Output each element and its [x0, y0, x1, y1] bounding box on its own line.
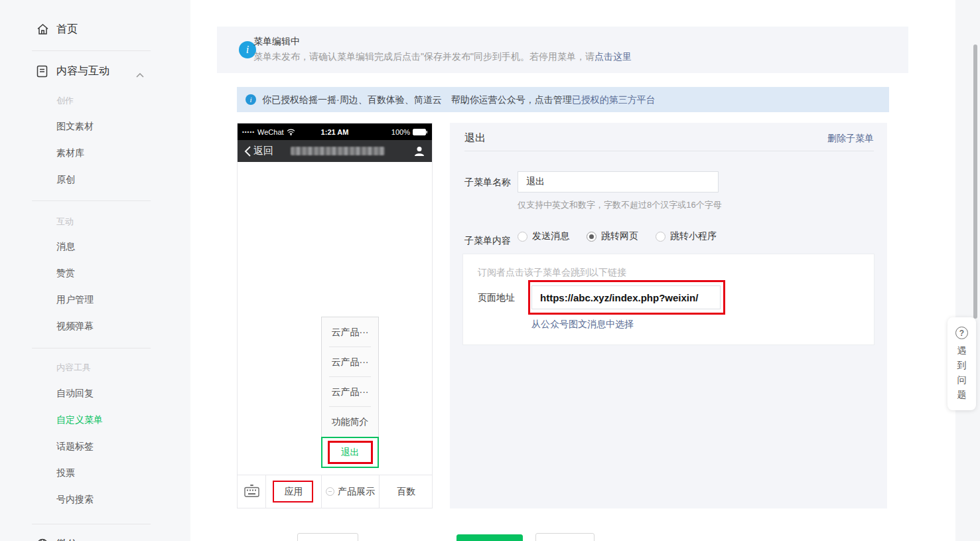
help-floating-button[interactable]: ? 遇 到 问 题	[947, 317, 976, 410]
submenu-popup: 云产品··· 云产品··· 云产品··· 功能简介 退出	[321, 317, 379, 468]
radio-circle-icon	[656, 232, 665, 242]
panel-title: 退出	[464, 131, 486, 145]
submenu-item[interactable]: 云产品···	[322, 377, 378, 407]
sidebar-divider	[32, 200, 151, 201]
chevron-up-icon[interactable]	[136, 68, 144, 80]
document-icon	[36, 65, 48, 78]
authbar-text-main: 你已授权给摇一摇·周边、百数体验、简道云 帮助你运营公众号，点击管理	[262, 94, 572, 105]
sidebar-item-messages[interactable]: 消息	[56, 241, 75, 253]
sidebar-item-material-library[interactable]: 素材库	[56, 147, 84, 159]
home-icon	[36, 23, 49, 35]
banner-body: 菜单未发布，请确认菜单编辑完成后点击"保存并发布"同步到手机。若停用菜单，请点击…	[253, 51, 632, 63]
battery-percent-label: 100%	[391, 128, 410, 136]
page-url-input[interactable]	[531, 285, 721, 309]
authorized-platforms-link[interactable]: 已授权的第三方平台	[572, 94, 656, 105]
submenu-content-label: 子菜单内容	[464, 235, 511, 247]
sidebar-item-appreciation[interactable]: 赞赏	[56, 268, 75, 279]
sidebar-divider	[32, 348, 151, 348]
sidebar-item-auto-reply[interactable]: 自动回复	[56, 388, 94, 400]
pick-from-articles-link[interactable]: 从公众号图文消息中选择	[531, 319, 634, 331]
sidebar-item-video-danmu[interactable]: 视频弹幕	[56, 321, 94, 333]
sidebar-item-home[interactable]: 首页	[0, 21, 190, 37]
help-label-char: 问	[957, 372, 967, 387]
sidebar-item-image-text-material[interactable]: 图文素材	[56, 121, 94, 133]
sidebar-divider	[32, 50, 151, 51]
authorization-bar: i 你已授权给摇一摇·周边、百数体验、简道云 帮助你运营公众号，点击管理已授权的…	[237, 87, 889, 112]
radio-label: 跳转小程序	[670, 230, 717, 242]
menu-tab-label: 应用	[285, 486, 303, 498]
banner-title: 菜单编辑中	[253, 36, 300, 48]
sidebar-item-user-management[interactable]: 用户管理	[56, 294, 94, 306]
account-name-redacted	[291, 147, 385, 155]
sidebar-item-in-account-search[interactable]: 号内搜索	[56, 494, 94, 506]
divider	[464, 151, 874, 151]
submenu-item-label: 云产品···	[332, 327, 369, 339]
sidebar-section-label: 内容与互动	[56, 64, 109, 78]
primary-green-button[interactable]	[456, 534, 523, 541]
submenu-name-input[interactable]	[518, 171, 719, 193]
click-here-link[interactable]: 点击这里	[595, 51, 632, 62]
page-url-label: 页面地址	[478, 292, 515, 304]
radio-circle-checked-icon	[587, 232, 596, 242]
battery-icon	[413, 129, 427, 135]
menu-tab-product-display[interactable]: 产品展示	[322, 475, 380, 508]
radio-jump-webpage-selected[interactable]: 跳转网页	[587, 230, 638, 242]
sidebar-group-content-tools: 内容工具	[56, 362, 91, 374]
submenu-item-label: 功能简介	[332, 416, 369, 428]
sidebar-wechat-label: 微信	[56, 538, 78, 541]
globe-icon	[36, 538, 48, 541]
submenu-item-label: 云产品···	[332, 356, 369, 368]
delete-submenu-link[interactable]: 删除子菜单	[827, 133, 874, 145]
sidebar-item-original[interactable]: 原创	[56, 174, 75, 186]
sidebar-divider	[32, 524, 151, 524]
sidebar-group-interaction: 互动	[56, 216, 74, 228]
submenu-item[interactable]: 云产品···	[322, 347, 378, 377]
sidebar-home-label: 首页	[56, 23, 78, 37]
sidebar-item-topic-tags[interactable]: 话题标签	[56, 441, 94, 453]
submenu-name-label: 子菜单名称	[464, 177, 511, 189]
secondary-button-left[interactable]	[297, 533, 358, 541]
authbar-text: 你已授权给摇一摇·周边、百数体验、简道云 帮助你运营公众号，点击管理已授权的第三…	[262, 87, 656, 112]
back-label[interactable]: 返回	[253, 145, 273, 157]
info-icon: i	[245, 94, 256, 105]
banner-body-text: 菜单未发布，请确认菜单编辑完成后点击"保存并发布"同步到手机。若停用菜单，请	[253, 51, 595, 62]
keyboard-icon	[244, 485, 259, 499]
menu-editing-banner: i 菜单编辑中 菜单未发布，请确认菜单编辑完成后点击"保存并发布"同步到手机。若…	[217, 27, 908, 73]
sidebar: 首页 内容与互动 创作 图文素材 素材库 原创 互动 消息 赞赏 用户管理 视频…	[0, 0, 190, 541]
keyboard-toggle-button[interactable]	[238, 475, 266, 508]
selected-submenu-item-exit[interactable]: 退出	[321, 437, 379, 468]
secondary-button-right[interactable]	[535, 533, 595, 541]
question-icon: ?	[955, 327, 968, 339]
submenu-item[interactable]: 云产品···	[322, 317, 378, 347]
phone-menu-bar: 应用 产品展示 百数	[238, 475, 432, 508]
phone-status-bar: ••••• WeChat 1:21 AM 100%	[238, 123, 432, 140]
menu-tab-label: 百数	[397, 486, 415, 498]
phone-nav-bar: 返回	[238, 140, 432, 162]
sidebar-section-content[interactable]: 内容与互动	[0, 63, 190, 79]
sidebar-item-wechat-partial[interactable]: 微信	[0, 535, 190, 541]
submenu-name-hint: 仅支持中英文和数字，字数不超过8个汉字或16个字母	[518, 199, 722, 211]
menu-tab-baishu[interactable]: 百数	[380, 475, 433, 508]
back-chevron-icon[interactable]	[244, 146, 251, 157]
submenu-edit-panel: 退出 删除子菜单 子菜单名称 仅支持中英文和数字，字数不超过8个汉字或16个字母…	[450, 123, 887, 508]
radio-jump-miniprogram[interactable]: 跳转小程序	[656, 230, 717, 242]
submenu-item-features[interactable]: 功能简介	[322, 407, 378, 437]
content-type-radio-group: 发送消息 跳转网页 跳转小程序	[518, 230, 717, 242]
radio-label: 跳转网页	[601, 230, 638, 242]
scrollbar-thumb[interactable]	[973, 44, 977, 319]
sidebar-item-vote[interactable]: 投票	[56, 467, 75, 479]
user-icon[interactable]	[413, 145, 425, 157]
sidebar-group-create: 创作	[56, 95, 74, 107]
radio-send-message[interactable]: 发送消息	[518, 230, 569, 242]
help-label-char: 遇	[957, 343, 967, 358]
selected-submenu-label: 退出	[322, 438, 378, 467]
phone-preview: ••••• WeChat 1:21 AM 100% 返回 云产品··· 云产品	[237, 123, 433, 508]
menu-tab-app[interactable]: 应用	[266, 475, 322, 508]
page: 首页 内容与互动 创作 图文素材 素材库 原创 互动 消息 赞赏 用户管理 视频…	[0, 0, 980, 541]
help-label-char: 题	[957, 387, 967, 402]
help-label-char: 到	[957, 358, 967, 372]
menu-tab-label: 产品展示	[338, 486, 375, 498]
jump-link-box: 订阅者点击该子菜单会跳到以下链接 页面地址 从公众号图文消息中选择	[462, 254, 875, 345]
sidebar-item-custom-menu-active[interactable]: 自定义菜单	[56, 414, 103, 426]
jump-link-note: 订阅者点击该子菜单会跳到以下链接	[478, 267, 626, 279]
